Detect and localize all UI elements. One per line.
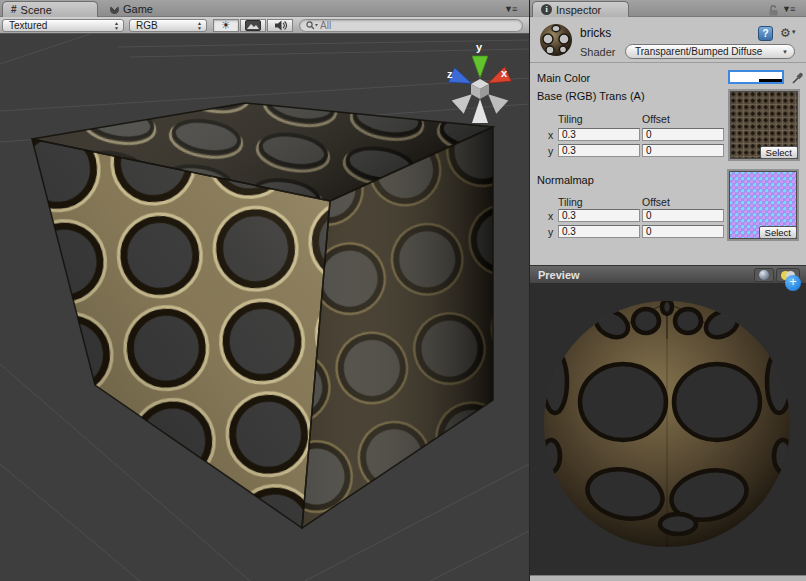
scene-lighting-button[interactable]: ☀ <box>213 19 239 32</box>
normalmap-label: Normalmap <box>537 174 594 186</box>
scene-viewport[interactable]: y x z <box>0 34 529 581</box>
help-button[interactable]: ? <box>758 26 773 41</box>
base-map-label: Base (RGB) Trans (A) <box>537 90 645 102</box>
alpha-bar <box>730 79 782 82</box>
tab-scene-label: Scene <box>21 4 52 16</box>
base-texture-thumbnail[interactable]: Select <box>728 89 800 161</box>
base-select-button[interactable]: Select <box>760 146 798 159</box>
orientation-gizmo[interactable]: y x z <box>447 41 511 123</box>
scene-grid-icon: # <box>11 4 17 15</box>
main-color-label: Main Color <box>537 72 590 84</box>
normal-tiling-x-input[interactable] <box>558 209 640 222</box>
scene-search-input[interactable] <box>320 20 500 31</box>
color-mode-value: RGB <box>136 20 158 31</box>
base-tiling-x-input[interactable] <box>558 128 640 141</box>
draw-mode-value: Textured <box>9 20 47 31</box>
image-icon <box>245 20 261 31</box>
normal-offset-y-input[interactable] <box>642 225 724 238</box>
gizmo-y-axis[interactable] <box>472 56 488 78</box>
add-button[interactable]: + <box>785 275 801 291</box>
preview-sphere <box>530 284 806 575</box>
tab-inspector-label: Inspector <box>556 4 601 16</box>
tiling-header: Tiling <box>558 113 583 125</box>
base-offset-y-input[interactable] <box>642 144 724 157</box>
tab-scene[interactable]: # Scene <box>2 1 98 17</box>
scene-tabstrip: # Scene Game ▼≡ <box>0 0 529 17</box>
gizmo-x-label: x <box>501 67 508 79</box>
row-y-label: y <box>548 145 553 157</box>
main-color-swatch[interactable] <box>728 70 784 84</box>
tab-game[interactable]: Game <box>102 1 161 17</box>
preview-shape-button[interactable] <box>754 268 774 282</box>
search-icon <box>306 21 318 30</box>
preview-header[interactable]: Preview <box>530 265 806 284</box>
dropdown-caret-icon: ▼ <box>782 49 788 55</box>
gear-button[interactable]: ⚙▼ <box>780 25 797 40</box>
offset-header: Offset <box>642 113 670 125</box>
sphere-icon <box>759 270 769 280</box>
tiling-header: Tiling <box>558 196 583 208</box>
scene-toolbar: Textured ▲▼ RGB ▲▼ ☀ <box>0 17 529 34</box>
shader-dropdown[interactable]: Transparent/Bumped Diffuse ▼ <box>625 44 795 59</box>
preview-area[interactable] <box>530 284 806 575</box>
gizmo-z-label: z <box>447 68 453 80</box>
gizmo-y-label: y <box>476 41 483 53</box>
preview-title: Preview <box>538 269 580 281</box>
material-name: bricks <box>580 26 611 40</box>
normal-offset-x-input[interactable] <box>642 209 724 222</box>
scene-audio-button[interactable] <box>267 19 293 32</box>
normalmap-select-button[interactable]: Select <box>759 226 797 239</box>
speaker-icon <box>274 20 287 31</box>
material-header: bricks Shader Transparent/Bumped Diffuse… <box>530 17 806 63</box>
row-y-label: y <box>548 226 553 238</box>
normalmap-thumbnail[interactable]: Select <box>727 169 799 241</box>
shader-label: Shader <box>580 46 615 58</box>
gear-icon: ⚙ <box>780 26 791 40</box>
scene-panel: # Scene Game ▼≡ Textured ▲▼ RGB ▲▼ ☀ <box>0 0 529 581</box>
base-offset-x-input[interactable] <box>642 128 724 141</box>
inspector-panel-menu-icon[interactable]: ▼≡ <box>782 4 794 14</box>
bricks-cube[interactable] <box>32 103 493 528</box>
offset-header: Offset <box>642 196 670 208</box>
inspector-tabstrip: i Inspector ▼≡ <box>530 0 806 17</box>
updown-arrows-icon: ▲▼ <box>114 21 119 31</box>
updown-arrows-icon: ▲▼ <box>197 21 202 31</box>
row-x-label: x <box>548 129 553 141</box>
normal-tiling-y-input[interactable] <box>558 225 640 238</box>
info-icon: i <box>541 4 552 15</box>
inspector-panel: i Inspector ▼≡ bricks Shader Trans <box>529 0 806 581</box>
eyedropper-icon[interactable] <box>791 69 804 85</box>
sun-icon: ☀ <box>221 20 231 31</box>
window-bottom-edge <box>530 575 806 581</box>
tab-game-label: Game <box>123 3 153 15</box>
lock-icon[interactable] <box>768 4 779 16</box>
shader-value: Transparent/Bumped Diffuse <box>635 46 762 57</box>
game-icon <box>110 5 119 14</box>
scene-search-field[interactable] <box>299 19 523 32</box>
scene-panel-menu-icon[interactable]: ▼≡ <box>504 4 516 14</box>
row-x-label: x <box>548 210 553 222</box>
material-ball-icon <box>539 23 573 57</box>
scene-effects-button[interactable] <box>240 19 266 32</box>
draw-mode-dropdown[interactable]: Textured ▲▼ <box>2 19 124 32</box>
color-mode-dropdown[interactable]: RGB ▲▼ <box>129 19 207 32</box>
base-tiling-y-input[interactable] <box>558 144 640 157</box>
tab-inspector[interactable]: i Inspector <box>532 1 629 17</box>
